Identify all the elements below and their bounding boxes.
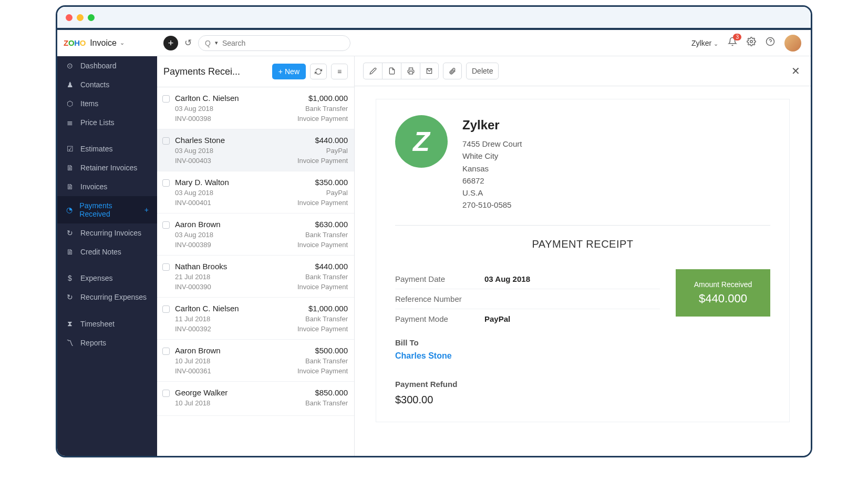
window-close-dot[interactable] [66,14,73,21]
sidebar-item-credit-notes[interactable]: 🗎Credit Notes [57,242,157,261]
sidebar-icon: ⊙ [66,62,74,70]
app-switcher[interactable]: ZOHO Invoice ⌄ [57,38,157,48]
window-maximize-dot[interactable] [88,14,95,21]
sidebar-item-recurring-invoices[interactable]: ↻Recurring Invoices [57,223,157,242]
list-body[interactable]: Carlton C. Nielsen 03 Aug 2018 INV-00039… [157,87,354,456]
window-titlebar [57,7,811,28]
payment-amount: $630.000 [297,220,348,229]
company-state: Kansas [462,162,522,175]
sidebar-item-timesheet[interactable]: ⧗Timesheet [57,314,157,333]
org-switcher[interactable]: Zylker ⌄ [691,39,718,47]
payment-row[interactable]: Aaron Brown 03 Aug 2018 INV-000389 $630.… [157,213,354,256]
email-button[interactable] [420,63,439,79]
sidebar-icon: 🗎 [66,164,74,172]
sidebar-item-retainer-invoices[interactable]: 🗎Retainer Invoices [57,158,157,177]
company-phone: 270-510-0585 [462,199,522,211]
receipt-title: PAYMENT RECEIPT [395,238,770,250]
payment-invoice-number: INV-000403 [175,157,292,165]
payment-invoice-number: INV-000361 [175,367,292,375]
new-payment-button[interactable]: +New [272,64,306,79]
chevron-down-icon: ⌄ [714,40,718,47]
delete-button[interactable]: Delete [466,63,499,79]
payment-amount: $1,000.000 [297,304,348,313]
payment-mode: PayPal [297,147,348,155]
sidebar-item-reports[interactable]: 〽Reports [57,333,157,352]
payment-type: Invoice Payment [297,241,348,249]
field-reference-number: Reference Number [395,289,660,309]
topbar-right: Zylker ⌄ 3 [682,35,811,52]
checkbox[interactable] [162,137,170,145]
toolbar-group-actions [363,63,439,79]
settings-button[interactable] [747,37,756,49]
topbar-center: + ↺ Q ▾ [157,35,682,51]
payment-customer-name: Mary D. Walton [175,178,292,187]
payment-row[interactable]: George Walker 10 Jul 2018 $850.000 Bank … [157,382,354,416]
plus-icon[interactable]: + [144,206,149,214]
amount-box-label: Amount Received [694,280,752,289]
detail-toolbar: Delete ✕ [355,56,811,86]
checkbox[interactable] [162,305,170,313]
payment-mode: Bank Transfer [305,399,348,407]
payment-row[interactable]: Charles Stone 03 Aug 2018 INV-000403 $44… [157,129,354,171]
sidebar-item-invoices[interactable]: 🗎Invoices [57,177,157,196]
checkbox[interactable] [162,263,170,271]
sidebar-icon: ↻ [66,293,74,301]
sidebar-item-price-lists[interactable]: ≣Price Lists [57,113,157,132]
payment-date: 21 Jul 2018 [175,273,292,281]
sidebar-item-recurring-expenses[interactable]: ↻Recurring Expenses [57,288,157,307]
add-new-button[interactable]: + [163,36,178,50]
sidebar-item-payments-received[interactable]: ◔Payments Received+ [57,196,157,223]
list-title: Payments Recei... [163,66,240,77]
sidebar-item-expenses[interactable]: $Expenses [57,269,157,288]
notifications-button[interactable]: 3 [728,37,737,49]
payment-mode: Bank Transfer [297,105,348,113]
help-button[interactable] [766,37,775,49]
bill-to-name[interactable]: Charles Stone [395,351,660,361]
payment-customer-name: Carlton C. Nielsen [175,304,292,313]
payment-row[interactable]: Mary D. Walton 03 Aug 2018 INV-000401 $3… [157,171,354,213]
bill-to-section: Bill To Charles Stone [395,338,660,361]
checkbox[interactable] [162,221,170,229]
sidebar-item-label: Recurring Invoices [80,229,141,237]
sidebar-icon: 〽 [66,339,74,347]
new-button-label: New [285,67,299,76]
pdf-button[interactable] [382,63,401,79]
payment-row[interactable]: Carlton C. Nielsen 03 Aug 2018 INV-00039… [157,87,354,129]
payment-mode: Bank Transfer [297,315,348,323]
payment-customer-name: Carlton C. Nielsen [175,94,292,103]
sidebar-item-dashboard[interactable]: ⊙Dashboard [57,56,157,75]
history-icon[interactable]: ↺ [184,37,192,48]
topbar: ZOHO Invoice ⌄ + ↺ Q ▾ Zylker ⌄ 3 [57,30,811,56]
payment-row[interactable]: Nathan Brooks 21 Jul 2018 INV-000390 $44… [157,256,354,298]
payment-invoice-number: INV-000392 [175,325,292,333]
checkbox[interactable] [162,390,170,397]
refresh-button[interactable] [310,64,327,79]
search-box[interactable]: Q ▾ [198,35,350,51]
sidebar-item-items[interactable]: ⬡Items [57,94,157,113]
payment-row[interactable]: Aaron Brown 10 Jul 2018 INV-000361 $500.… [157,340,354,382]
list-menu-button[interactable]: ≡ [331,64,348,79]
window-minimize-dot[interactable] [77,14,84,21]
payment-mode: Bank Transfer [297,273,348,281]
payment-date: 03 Aug 2018 [175,189,292,197]
edit-button[interactable] [363,63,382,79]
sidebar-item-contacts[interactable]: ♟Contacts [57,75,157,94]
search-input[interactable] [222,39,344,47]
sidebar-item-estimates[interactable]: ☑Estimates [57,139,157,158]
attach-button[interactable] [443,63,462,79]
company-header: Z Zylker 7455 Drew Court White City Kans… [395,115,770,211]
receipt-scroll[interactable]: Z Zylker 7455 Drew Court White City Kans… [355,86,811,456]
user-avatar[interactable] [784,35,801,52]
field-value: PayPal [484,314,510,323]
payment-invoice-number: INV-000389 [175,241,292,249]
close-detail-button[interactable]: ✕ [789,63,802,79]
sidebar-item-label: Invoices [80,182,107,191]
list-actions: +New ≡ [272,64,348,79]
checkbox[interactable] [162,95,170,103]
print-button[interactable] [401,63,420,79]
checkbox[interactable] [162,179,170,187]
checkbox[interactable] [162,348,170,355]
sidebar-icon: ♟ [66,80,74,89]
payment-row[interactable]: Carlton C. Nielsen 11 Jul 2018 INV-00039… [157,298,354,340]
sidebar-item-label: Recurring Expenses [80,293,147,301]
